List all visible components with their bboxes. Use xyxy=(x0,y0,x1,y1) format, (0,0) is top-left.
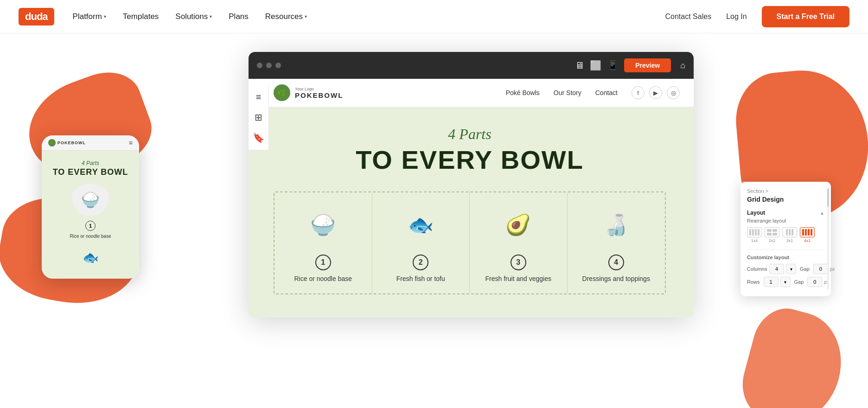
mobile-num-1: 1 xyxy=(85,221,96,231)
layout-1x4[interactable]: 1x4 xyxy=(747,227,762,243)
grid-label-1: Rice or noodle base xyxy=(294,275,352,282)
col-gap-label: Gap xyxy=(800,266,810,272)
desktop-view-button[interactable]: 🖥 xyxy=(575,60,584,71)
grid-item-2: 🐟 2 Fresh fish or tofu xyxy=(372,192,470,293)
hero-section: 🖥 ⬜ 📱 Preview ⌂ ≡ ⊞ 🔖 🌿 Your Logo POKEBO… xyxy=(0,33,868,408)
site-logo-text: POKEBOWL xyxy=(295,91,343,99)
grid-num-1: 1 xyxy=(315,255,331,270)
layout-4x1-active[interactable]: 4x1 xyxy=(800,227,815,243)
browser-chrome: 🖥 ⬜ 📱 Preview ⌂ xyxy=(249,52,694,79)
site-nav-links: Poké Bowls Our Story Contact xyxy=(506,89,618,96)
row-gap-input-group: 0 px xyxy=(807,277,829,287)
columns-select[interactable]: ▾ xyxy=(786,264,796,274)
columns-row: Columns 4 ▾ Gap 0 px xyxy=(747,264,824,274)
site-navbar: 🌿 Your Logo POKEBOWL Poké Bowls Our Stor… xyxy=(249,79,694,107)
layout-options: 1x4 2x2 3x1 xyxy=(747,227,824,243)
site-logo: 🌿 Your Logo POKEBOWL xyxy=(274,84,343,101)
rows-input-group: 1 ▾ xyxy=(764,277,791,287)
panel-scrollbar[interactable] xyxy=(827,188,829,290)
nav-solutions[interactable]: Solutions ▾ xyxy=(175,12,212,21)
nav-resources[interactable]: Resources ▾ xyxy=(265,12,307,21)
food-image-sauce: 🍶 xyxy=(588,202,644,248)
food-image-fish: 🐟 xyxy=(393,202,448,248)
grid-num-3: 3 xyxy=(511,255,526,270)
nav-platform[interactable]: Platform ▾ xyxy=(73,12,106,21)
rows-row: Rows 1 ▾ Gap 0 px xyxy=(747,277,824,287)
facebook-icon[interactable]: f xyxy=(632,86,645,99)
chevron-down-icon: ▾ xyxy=(305,14,307,19)
add-section-icon[interactable]: ⊞ xyxy=(255,112,262,123)
instagram-icon[interactable]: ◎ xyxy=(667,86,680,99)
browser-mockup: 🖥 ⬜ 📱 Preview ⌂ ≡ ⊞ 🔖 🌿 Your Logo POKEBO… xyxy=(249,52,694,318)
columns-label: Columns xyxy=(747,266,766,272)
columns-input[interactable]: 4 xyxy=(769,264,784,274)
contact-sales-link[interactable]: Contact Sales xyxy=(665,13,712,21)
grid-item-4: 🍶 4 Dressings and toppings xyxy=(568,192,665,293)
mobile-food-image-fish: 🐟 xyxy=(74,243,107,271)
mobile-label-1: Rice or noodle base xyxy=(48,234,133,239)
browser-dot-yellow xyxy=(266,63,272,68)
home-icon[interactable]: ⌂ xyxy=(680,61,685,70)
panel-divider xyxy=(747,249,824,250)
grid-num-4: 4 xyxy=(608,255,624,270)
browser-dot-red xyxy=(257,63,262,68)
browser-dots xyxy=(257,63,281,68)
blob-decoration-right-bottom xyxy=(734,301,853,408)
columns-input-group: 4 ▾ xyxy=(769,264,796,274)
browser-dot-green xyxy=(275,63,281,68)
col-gap-unit: px xyxy=(830,267,835,272)
nav-right: Contact Sales Log In Start a Free Trial xyxy=(665,6,849,27)
mobile-mockup: 🌿 POKEBOWL ≡ 4 Parts TO EVERY BOWL 🍚 1 R… xyxy=(42,135,139,279)
preview-button[interactable]: Preview xyxy=(624,58,671,72)
layout-3x1[interactable]: 3x1 xyxy=(782,227,797,243)
mobile-view-button[interactable]: 📱 xyxy=(607,60,619,71)
browser-toolbar: 🖥 ⬜ 📱 Preview ⌂ xyxy=(575,58,685,72)
nav-templates[interactable]: Templates xyxy=(123,12,159,21)
layout-2x2[interactable]: 2x2 xyxy=(765,227,779,243)
nav-links: Platform ▾ Templates Solutions ▾ Plans R… xyxy=(73,12,665,21)
site-hero-title: TO EVERY BOWL xyxy=(274,145,666,175)
row-gap-input[interactable]: 0 xyxy=(807,277,822,287)
mobile-hero-subtitle: 4 Parts xyxy=(48,160,133,166)
panel-rearrange-label: Rearrange layout xyxy=(747,218,824,223)
site-grid: 🍚 1 Rice or noodle base 🐟 2 Fresh fish o… xyxy=(274,191,666,294)
site-logo-tagline: Your Logo xyxy=(295,87,343,91)
chevron-down-icon: ▾ xyxy=(210,14,212,19)
food-image-avocado: 🥑 xyxy=(491,202,546,248)
rows-label: Rows xyxy=(747,279,760,285)
youtube-icon[interactable]: ▶ xyxy=(649,86,662,99)
chevron-down-icon: ▾ xyxy=(104,14,106,19)
mobile-content: 4 Parts TO EVERY BOWL 🍚 1 Rice or noodle… xyxy=(42,151,139,279)
site-nav-our-story[interactable]: Our Story xyxy=(554,89,581,96)
mobile-food-image-rice: 🍚 xyxy=(72,184,109,216)
mobile-menu-icon[interactable]: ≡ xyxy=(129,139,133,147)
panel-breadcrumb[interactable]: Section > xyxy=(747,188,824,194)
grid-label-4: Dressings and toppings xyxy=(582,275,650,282)
site-content: 4 Parts TO EVERY BOWL 🍚 1 Rice or noodle… xyxy=(249,107,694,318)
grid-label-2: Fresh fish or tofu xyxy=(396,275,445,282)
row-gap-label: Gap xyxy=(794,279,804,285)
site-hero-text: 4 Parts TO EVERY BOWL xyxy=(274,126,666,175)
grid-item-3: 🥑 3 Fresh fruit and veggies xyxy=(470,192,568,293)
col-gap-input-group: 0 px xyxy=(813,264,835,274)
mobile-chrome: 🌿 POKEBOWL ≡ xyxy=(42,135,139,151)
nav-plans[interactable]: Plans xyxy=(229,12,249,21)
site-social-icons: f ▶ ◎ xyxy=(632,86,680,99)
site-nav-poke-bowls[interactable]: Poké Bowls xyxy=(506,89,540,96)
panel-title: Grid Design xyxy=(747,196,824,203)
logo[interactable]: duda xyxy=(19,8,54,26)
tablet-view-button[interactable]: ⬜ xyxy=(590,60,601,71)
login-link[interactable]: Log In xyxy=(726,13,747,21)
site-logo-icon: 🌿 xyxy=(274,84,290,101)
grid-label-3: Fresh fruit and veggies xyxy=(485,275,551,282)
rows-input[interactable]: 1 xyxy=(764,277,779,287)
mobile-hero-title: TO EVERY BOWL xyxy=(48,167,133,177)
mobile-logo: 🌿 POKEBOWL xyxy=(48,139,86,147)
bookmark-icon[interactable]: 🔖 xyxy=(253,132,264,143)
site-nav-contact[interactable]: Contact xyxy=(595,89,618,96)
col-gap-input[interactable]: 0 xyxy=(813,264,828,274)
layers-icon[interactable]: ≡ xyxy=(256,92,262,102)
start-trial-button[interactable]: Start a Free Trial xyxy=(762,6,849,27)
chevron-up-icon[interactable]: ▲ xyxy=(820,210,824,216)
rows-select[interactable]: ▾ xyxy=(780,277,791,287)
